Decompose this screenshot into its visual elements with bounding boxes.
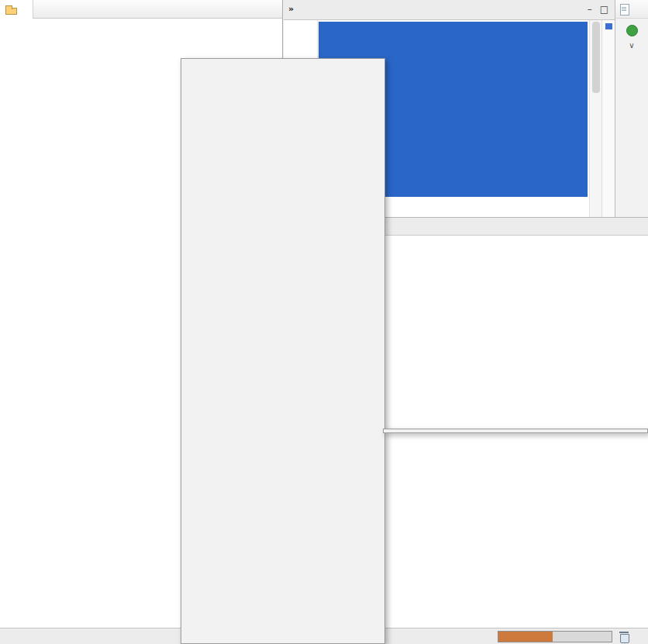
heap-status-widget[interactable] — [498, 631, 612, 642]
outline-view-tab[interactable] — [615, 0, 648, 19]
context-menu — [181, 58, 385, 644]
garbage-collect-icon[interactable] — [619, 632, 629, 642]
editor-vertical-scrollbar[interactable] — [589, 20, 601, 217]
editor-tab-bar: » – □ — [284, 0, 615, 20]
heap-usage-fill — [498, 632, 553, 642]
chevron-down-icon[interactable]: ∨ — [615, 42, 648, 50]
maximize-icon[interactable]: □ — [600, 0, 608, 19]
editor-overview-ruler[interactable] — [601, 20, 615, 217]
explorer-view-tab[interactable] — [0, 0, 33, 19]
explorer-header — [0, 0, 282, 19]
minimize-icon[interactable]: – — [588, 0, 592, 19]
run-submenu — [383, 429, 648, 433]
outline-icon — [618, 3, 629, 15]
project-explorer-icon — [5, 3, 17, 15]
minimized-view-icon[interactable] — [626, 25, 638, 36]
editor-window-buttons: – □ — [588, 0, 615, 19]
tab-overflow-chevron[interactable]: » — [288, 0, 294, 19]
right-view-strip: ∨ — [615, 0, 648, 218]
